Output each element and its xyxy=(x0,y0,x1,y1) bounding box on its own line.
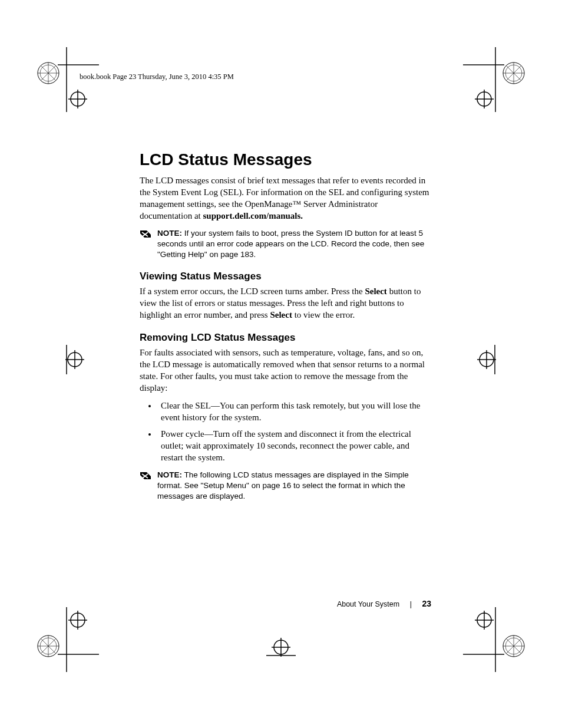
heading-removing: Removing LCD Status Messages xyxy=(140,332,431,344)
note-block-2: NOTE: The following LCD status messages … xyxy=(140,470,431,502)
viewing-b2: Select xyxy=(270,310,292,319)
svg-point-17 xyxy=(505,65,522,81)
footer-section: About Your System xyxy=(337,600,399,608)
page-footer: About Your System | 23 xyxy=(337,599,431,608)
document-page: book.book Page 23 Thursday, June 3, 2010… xyxy=(0,0,562,728)
note-label: NOTE: xyxy=(157,470,182,479)
viewing-post: to view the error. xyxy=(292,310,355,319)
note-1-body: If your system fails to boot, press the … xyxy=(157,229,424,259)
svg-point-51 xyxy=(505,638,522,654)
svg-line-55 xyxy=(506,638,521,654)
list-item: Power cycle—Turn off the system and disc… xyxy=(157,429,431,464)
svg-point-8 xyxy=(71,92,85,106)
svg-point-16 xyxy=(503,62,524,84)
page-content: LCD Status Messages The LCD messages con… xyxy=(140,150,431,508)
svg-line-5 xyxy=(41,65,56,81)
svg-point-47 xyxy=(477,613,491,627)
crop-mark-icon xyxy=(34,607,99,672)
running-header: book.book Page 23 Thursday, June 3, 2010… xyxy=(80,73,234,81)
svg-line-54 xyxy=(506,638,521,654)
svg-point-31 xyxy=(274,640,288,654)
intro-paragraph: The LCD messages consist of brief text m… xyxy=(140,175,431,222)
viewing-pre: If a system error occurs, the LCD screen… xyxy=(140,286,365,296)
svg-line-43 xyxy=(41,638,56,654)
svg-point-40 xyxy=(40,638,57,654)
viewing-paragraph: If a system error occurs, the LCD screen… xyxy=(140,286,431,321)
svg-point-36 xyxy=(71,613,85,627)
svg-line-20 xyxy=(506,65,521,81)
note-2-body: The following LCD status messages are di… xyxy=(157,470,409,500)
page-title: LCD Status Messages xyxy=(140,150,431,169)
crop-mark-icon xyxy=(56,345,85,374)
crop-mark-icon xyxy=(476,345,505,374)
crop-mark-icon xyxy=(463,607,528,672)
viewing-b1: Select xyxy=(365,286,386,296)
svg-point-27 xyxy=(480,353,494,367)
note-2-text: NOTE: The following LCD status messages … xyxy=(157,470,431,502)
note-блок-1: NOTE: If your system fails to boot, pres… xyxy=(140,228,431,261)
list-item: Clear the SEL—You can perform this task … xyxy=(157,400,431,424)
heading-viewing: Viewing Status Messages xyxy=(140,271,431,282)
svg-point-39 xyxy=(38,635,59,657)
intro-link-text: support.dell.com/manuals. xyxy=(203,211,303,220)
svg-line-4 xyxy=(41,65,56,81)
footer-separator: | xyxy=(410,600,412,608)
svg-point-1 xyxy=(40,65,57,81)
note-label: NOTE: xyxy=(157,229,182,238)
note-icon xyxy=(140,229,151,239)
crop-mark-icon xyxy=(266,637,296,666)
svg-point-0 xyxy=(38,62,59,84)
svg-line-44 xyxy=(41,638,56,654)
svg-point-23 xyxy=(68,353,82,367)
svg-point-13 xyxy=(477,92,491,106)
note-icon xyxy=(140,471,151,480)
removing-bullets: Clear the SEL—You can perform this task … xyxy=(140,400,431,464)
removing-paragraph: For faults associated with sensors, such… xyxy=(140,347,431,394)
svg-point-50 xyxy=(503,635,524,657)
crop-mark-icon xyxy=(463,47,528,112)
svg-line-21 xyxy=(506,65,521,81)
page-number: 23 xyxy=(422,599,431,608)
note-1-text: NOTE: If your system fails to boot, pres… xyxy=(157,228,431,261)
